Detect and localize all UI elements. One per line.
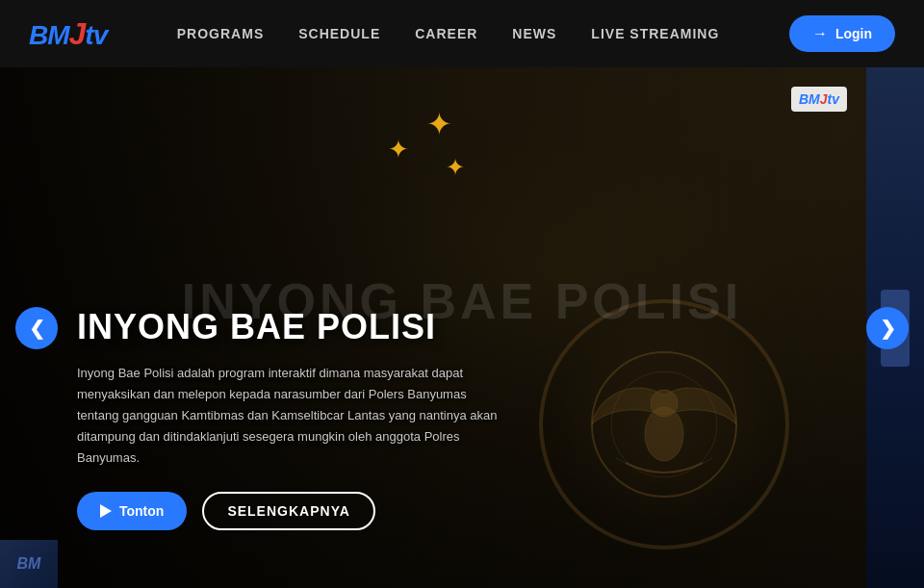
nav-live-streaming[interactable]: LIVE STREAMING [591,26,719,41]
emblem-svg [578,338,751,511]
police-emblem [520,280,808,569]
wm-tv: tv [828,91,839,107]
navbar: BMJtv PROGRAMS SCHEDULE CAREER NEWS LIVE… [0,0,924,67]
hero-buttons: Tonton SELENGKAPNYA [77,492,510,530]
tonton-label: Tonton [119,503,164,519]
hero-section: ✦ ✦ ✦ BMJtv INYONG [0,67,924,588]
next-icon: ❯ [880,317,896,340]
hero-description: Inyong Bae Polisi adalah program interak… [77,363,510,469]
emblem-circle [539,299,789,550]
prev-button[interactable]: ❮ [15,307,58,349]
login-button[interactable]: → Login [789,15,895,52]
nav-career[interactable]: CAREER [415,26,477,41]
hero-content: INYONG BAE POLISI Inyong Bae Polisi adal… [77,307,510,530]
tonton-button[interactable]: Tonton [77,492,187,530]
prev-icon: ❮ [29,317,45,340]
nav-schedule[interactable]: SCHEDULE [298,26,380,41]
selengkapnya-button[interactable]: SELENGKAPNYA [202,492,374,530]
play-icon [100,504,112,518]
logo-bm: BM [29,20,69,50]
nav-programs[interactable]: PROGRAMS [177,26,264,41]
login-icon: → [812,25,828,42]
wm-bm: BM [799,91,820,107]
thumbnail-preview: BM [0,540,58,588]
selengkapnya-label: SELENGKAPNYA [227,503,349,519]
nav-links: PROGRAMS SCHEDULE CAREER NEWS LIVE STREA… [177,26,720,41]
hero-title: INYONG BAE POLISI [77,307,510,347]
logo-j: J [69,16,86,51]
wm-j: J [820,91,828,107]
next-button[interactable]: ❯ [866,307,909,349]
logo: BMJtv [29,16,107,52]
login-label: Login [835,26,872,41]
bmstv-watermark: BMJtv [791,87,847,112]
logo-tv: tv [85,20,107,50]
thumb-icon: BM [17,555,41,573]
nav-news[interactable]: NEWS [512,26,556,41]
svg-point-3 [651,390,678,417]
